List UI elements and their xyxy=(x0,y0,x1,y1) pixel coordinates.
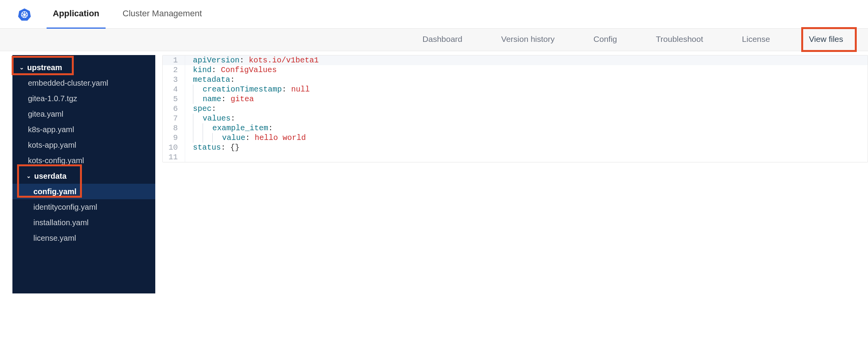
yaml-key: creationTimestamp xyxy=(203,85,282,94)
top-navigation: Application Cluster Management xyxy=(0,0,868,29)
code-line: 10 status: {} xyxy=(163,143,868,152)
yaml-key: apiVersion xyxy=(193,56,240,65)
file-license[interactable]: license.yaml xyxy=(12,230,155,246)
tab-dashboard[interactable]: Dashboard xyxy=(421,29,464,51)
yaml-value: ConfigValues xyxy=(221,66,277,74)
yaml-key: name xyxy=(203,95,221,104)
yaml-value: gitea xyxy=(231,95,254,104)
line-number: 8 xyxy=(163,123,185,133)
file-gitea-yaml[interactable]: gitea.yaml xyxy=(12,106,155,122)
line-number: 1 xyxy=(163,55,185,65)
yaml-key: kind xyxy=(193,66,212,74)
sub-navigation: Dashboard Version history Config Trouble… xyxy=(0,29,868,51)
file-k8s-app[interactable]: k8s-app.yaml xyxy=(12,122,155,137)
folder-userdata[interactable]: ⌄ userdata xyxy=(12,168,155,184)
code-line: 7 values: xyxy=(163,114,868,123)
yaml-key: values xyxy=(203,114,231,123)
tab-config[interactable]: Config xyxy=(592,29,619,51)
yaml-key: status xyxy=(193,143,221,152)
file-tree-sidebar: ⌄ upstream embedded-cluster.yaml gitea-1… xyxy=(12,55,155,293)
yaml-value: {} xyxy=(230,143,240,152)
nav-cluster-management[interactable]: Cluster Management xyxy=(116,0,208,29)
chevron-down-icon: ⌄ xyxy=(26,173,32,179)
main-content: ⌄ upstream embedded-cluster.yaml gitea-1… xyxy=(0,51,868,293)
line-number: 3 xyxy=(163,75,185,85)
code-line: 5 name: gitea xyxy=(163,94,868,104)
kubernetes-logo-icon xyxy=(18,8,31,21)
file-embedded-cluster[interactable]: embedded-cluster.yaml xyxy=(12,75,155,91)
code-line: 11 xyxy=(163,152,868,162)
line-number: 5 xyxy=(163,94,185,104)
file-kots-app[interactable]: kots-app.yaml xyxy=(12,137,155,153)
chevron-down-icon: ⌄ xyxy=(19,64,25,71)
tab-view-files[interactable]: View files xyxy=(807,29,845,51)
nav-application[interactable]: Application xyxy=(47,0,106,29)
tab-troubleshoot[interactable]: Troubleshoot xyxy=(654,29,705,51)
file-gitea-tgz[interactable]: gitea-1.0.7.tgz xyxy=(12,91,155,106)
line-number: 11 xyxy=(163,152,185,162)
code-line: 9 value: hello world xyxy=(163,133,868,143)
code-line: 2 kind: ConfigValues xyxy=(163,65,868,75)
code-line: 1 apiVersion: kots.io/v1beta1 xyxy=(163,55,868,65)
file-identityconfig[interactable]: identityconfig.yaml xyxy=(12,199,155,215)
code-line: 8 example_item: xyxy=(163,123,868,133)
line-number: 10 xyxy=(163,143,185,152)
yaml-value: null xyxy=(291,85,310,94)
yaml-key: example_item xyxy=(212,124,268,133)
tab-version-history[interactable]: Version history xyxy=(500,29,556,51)
line-number: 2 xyxy=(163,65,185,75)
yaml-value: kots.io/v1beta1 xyxy=(249,56,319,65)
file-kots-config[interactable]: kots-config.yaml xyxy=(12,153,155,168)
folder-label: upstream xyxy=(27,63,62,72)
yaml-key: spec xyxy=(193,104,212,113)
code-line: 3 metadata: xyxy=(163,75,868,85)
tab-license[interactable]: License xyxy=(740,29,771,51)
svg-point-9 xyxy=(24,14,25,15)
yaml-key: value xyxy=(222,133,245,142)
code-line: 4 creationTimestamp: null xyxy=(163,85,868,94)
folder-label: userdata xyxy=(34,172,66,181)
line-number: 6 xyxy=(163,104,185,114)
file-installation[interactable]: installation.yaml xyxy=(12,215,155,230)
file-config-yaml[interactable]: config.yaml xyxy=(12,184,155,199)
code-line: 6 spec: xyxy=(163,104,868,114)
line-number: 4 xyxy=(163,85,185,94)
code-editor: 1 apiVersion: kots.io/v1beta1 2 kind: Co… xyxy=(162,55,868,293)
yaml-key: metadata xyxy=(193,75,230,84)
folder-upstream[interactable]: ⌄ upstream xyxy=(12,60,155,75)
line-number: 9 xyxy=(163,133,185,143)
line-number: 7 xyxy=(163,114,185,123)
yaml-value: hello world xyxy=(255,133,306,142)
